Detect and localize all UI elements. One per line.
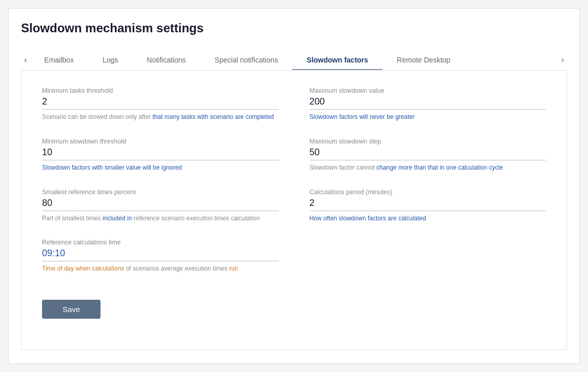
field-hint-ref-calc: Time of day when calculations of scenari… [42,264,279,273]
field-value-ref-calc[interactable]: 09:10 [42,248,279,261]
field-min-slowdown-threshold: Minimum slowdown threshold 10 Slowdown f… [42,138,279,172]
save-button[interactable]: Save [42,300,100,319]
field-label-calc-period: Calculations period (minutes) [310,189,546,196]
hint-highlight: change more than that in one calculation… [376,164,503,171]
hint-highlight: that many tasks with scenario are comple… [152,113,274,120]
field-reference-calc-time: Reference calculations time 09:10 Time o… [42,239,279,273]
hint-highlight: Slowdown factors will never be greater [310,113,415,120]
save-section: Save [42,290,546,333]
field-value-min-slowdown[interactable]: 10 [42,147,279,160]
field-label-ref-calc: Reference calculations time [42,239,279,246]
field-hint-smallest-ref: Part of smallest times included in refer… [42,214,279,223]
field-hint-max-slowdown-step: Slowdown factor cannot change more than … [310,163,546,172]
tabs-next-button[interactable]: › [558,50,567,70]
field-hint-min-slowdown: Slowdown factors with smaller value will… [42,163,279,172]
field-label-min-tasks: Minimum tasks threshold [42,87,279,94]
hint-highlight: How often slowdown factors are calculate… [310,215,426,222]
field-min-tasks-threshold: Minimum tasks threshold 2 Scenario can b… [42,87,279,121]
content-panel: Minimum tasks threshold 2 Scenario can b… [21,71,567,350]
hint-highlight2: run [229,265,238,272]
field-max-slowdown-value: Maximum slowdown value 200 Slowdown fact… [310,87,546,121]
field-smallest-ref-times: Smallest reference times percent 80 Part… [42,189,279,223]
tabs-list: Emailbox Logs Notifications Special noti… [30,51,558,70]
tab-special-notifications[interactable]: Special notifications [200,51,293,70]
field-hint-min-tasks: Scenario can be slowed down only after t… [42,113,279,121]
tab-slowdown-factors[interactable]: Slowdown factors [292,51,382,70]
field-calc-period: Calculations period (minutes) 2 How ofte… [310,189,546,223]
tab-logs[interactable]: Logs [88,51,132,70]
tabs-prev-button[interactable]: ‹ [21,50,30,70]
left-column: Minimum tasks threshold 2 Scenario can b… [42,87,279,290]
tab-notifications[interactable]: Notifications [132,51,200,70]
field-label-smallest-ref: Smallest reference times percent [42,189,279,196]
field-label-max-slowdown-val: Maximum slowdown value [310,87,546,94]
page-container: Slowdown mechanism settings ‹ Emailbox L… [8,8,580,364]
field-label-max-slowdown-step: Maximum slowdown step [310,138,546,145]
fields-grid: Minimum tasks threshold 2 Scenario can b… [42,87,546,290]
right-column: Maximum slowdown value 200 Slowdown fact… [310,87,546,290]
field-hint-calc-period: How often slowdown factors are calculate… [310,214,546,223]
field-value-calc-period[interactable]: 2 [310,198,546,211]
page-title: Slowdown mechanism settings [21,21,567,35]
field-value-max-slowdown-val[interactable]: 200 [310,96,546,110]
field-value-max-slowdown-step[interactable]: 50 [310,147,546,160]
field-max-slowdown-step: Maximum slowdown step 50 Slowdown factor… [310,138,546,172]
tab-emailbox[interactable]: Emailbox [30,51,88,70]
hint-highlight: Slowdown factors with smaller value will… [42,164,182,171]
tab-remote-desktop[interactable]: Remote Desktop [382,51,464,70]
field-value-min-tasks[interactable]: 2 [42,96,279,110]
field-hint-max-slowdown-val: Slowdown factors will never be greater [310,113,546,121]
field-label-min-slowdown: Minimum slowdown threshold [42,138,279,145]
tabs-wrapper: ‹ Emailbox Logs Notifications Special no… [21,50,567,71]
hint-highlight: included in [103,215,132,222]
hint-highlight: Time of day when calculations [42,265,124,272]
field-value-smallest-ref[interactable]: 80 [42,198,279,211]
